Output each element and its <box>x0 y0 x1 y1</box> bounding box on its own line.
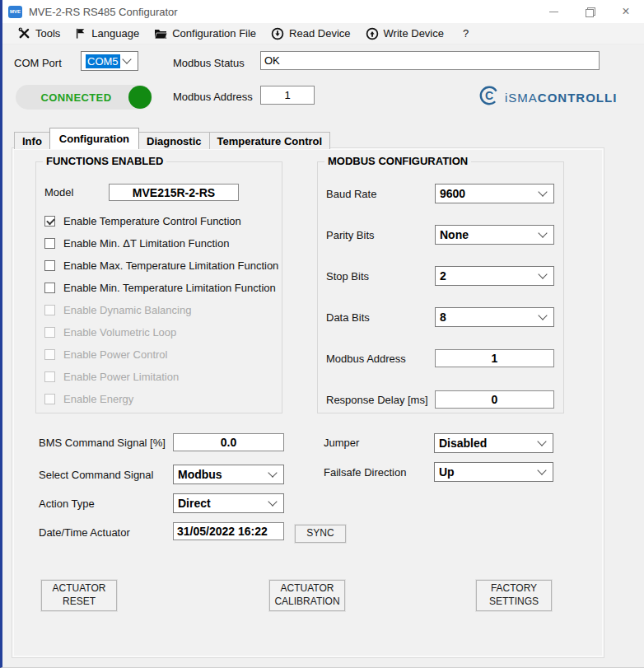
baud-rate-select[interactable]: 9600 <box>435 184 554 203</box>
app-icon: MVE <box>8 6 22 18</box>
tools-icon <box>18 27 30 40</box>
folder-icon <box>154 28 167 40</box>
menu-help[interactable]: ? <box>451 23 476 44</box>
connection-status-button[interactable]: CONNECTED <box>16 85 152 110</box>
failsafe-direction-label: Failsafe Direction <box>324 466 406 479</box>
close-button[interactable]: × <box>608 0 644 23</box>
modbus-config-row: Baud Rate9600 <box>318 184 563 203</box>
checkbox-row: Enable Max. Temperature Limitation Funct… <box>44 255 277 277</box>
checkbox-row: Enable Dynamic Balancing <box>44 299 277 321</box>
tab-diagnostic[interactable]: Diagnostic <box>138 132 209 149</box>
action-type-label: Action Type <box>39 497 95 510</box>
app-window: MVE MVE-2-RS RS485 Configurator × Tools … <box>0 0 644 668</box>
checked-checkbox-icon[interactable] <box>44 216 55 227</box>
actuator-calibration-button[interactable]: ACTUATOR CALIBRATION <box>269 580 345 611</box>
svg-text:C: C <box>485 89 493 102</box>
checkbox-label: Enable Energy <box>63 393 133 405</box>
checkbox-label: Enable Min. Temperature Limitation Funct… <box>63 282 276 294</box>
model-label: Model <box>44 186 73 199</box>
minimize-icon <box>549 12 558 12</box>
unchecked-checkbox-icon <box>44 327 55 338</box>
minimize-button[interactable] <box>535 0 572 23</box>
parity-bits-label: Parity Bits <box>326 229 375 241</box>
com-port-label: COM Port <box>14 57 62 69</box>
read-device-icon <box>271 27 284 40</box>
data-bits-label: Data Bits <box>326 311 370 324</box>
bms-command-signal-field[interactable]: 0.0 <box>173 433 284 451</box>
action-type-select[interactable]: Direct <box>173 493 284 513</box>
isma-controlli-logo: C iSMACONTROLLI <box>478 85 617 110</box>
modbus-config-row: Modbus Address1 <box>318 348 563 368</box>
modbus-configuration-group: MODBUS CONFIGURATION Baud Rate9600Parity… <box>317 161 564 413</box>
com-port-select[interactable]: COM5 <box>81 51 138 71</box>
close-icon: × <box>622 5 629 18</box>
checkbox-label: Enable Dynamic Balancing <box>63 304 191 316</box>
select-command-signal-select[interactable]: Modbus <box>173 465 284 484</box>
write-device-icon <box>366 27 379 40</box>
checkbox-row: Enable Power Limitation <box>44 366 277 388</box>
checkbox-row: Enable Min. Temperature Limitation Funct… <box>44 277 277 299</box>
modbus-status-label: Modbus Status <box>173 57 245 69</box>
checkbox-row: Enable Energy <box>44 388 277 410</box>
menu-read-device[interactable]: Read Device <box>264 23 357 44</box>
checkbox-label: Enable Volumetric Loop <box>63 326 176 339</box>
unchecked-checkbox-icon <box>44 371 55 382</box>
menu-configuration-file[interactable]: Configuration File <box>147 23 264 44</box>
unchecked-checkbox-icon[interactable] <box>44 260 55 271</box>
unchecked-checkbox-icon[interactable] <box>44 238 55 249</box>
tab-info[interactable]: Info <box>14 132 50 149</box>
baud-rate-label: Baud Rate <box>326 188 376 200</box>
menu-tools[interactable]: Tools <box>11 23 68 44</box>
checkbox-row: Enable Power Control <box>44 343 277 366</box>
modbus-address-label: Modbus Address <box>326 353 406 365</box>
restore-button[interactable] <box>572 0 608 23</box>
menu-write-device[interactable]: Write Device <box>358 23 451 44</box>
tab-strip: InfoConfigurationDiagnosticTemperature C… <box>14 130 329 149</box>
modbus-address-field[interactable]: 1 <box>435 349 554 367</box>
checkbox-label: Enable Temperature Control Function <box>63 215 241 227</box>
isma-controlli-logo-icon: C <box>478 85 500 110</box>
checkbox-label: Enable Max. Temperature Limitation Funct… <box>63 259 278 272</box>
failsafe-direction-select[interactable]: Up <box>434 462 553 482</box>
actuator-reset-button[interactable]: ACTUATOR RESET <box>41 580 117 611</box>
data-bits-select[interactable]: 8 <box>435 307 554 327</box>
functions-enabled-group: FUNCTIONS ENABLED Model MVE215R-2-RS Ena… <box>35 161 282 413</box>
checkbox-row: Enable Volumetric Loop <box>44 321 277 343</box>
restore-icon <box>586 7 594 16</box>
response-delay-ms--label: Response Delay [ms] <box>326 394 428 406</box>
model-value-box: MVE215R-2-RS <box>109 184 239 201</box>
tab-temperature-control[interactable]: Temperature Control <box>209 132 331 149</box>
modbus-config-row: Data Bits8 <box>318 307 563 327</box>
modbus-address-field[interactable]: 1 <box>260 86 315 105</box>
window-title: MVE-2-RS RS485 Configurator <box>29 6 178 18</box>
menu-language[interactable]: Language <box>68 23 147 44</box>
modbus-address-label: Modbus Address <box>173 91 253 103</box>
modbus-configuration-title: MODBUS CONFIGURATION <box>324 155 471 167</box>
unchecked-checkbox-icon[interactable] <box>44 283 55 293</box>
title-bar: MVE MVE-2-RS RS485 Configurator × <box>2 0 644 23</box>
connection-status-text: CONNECTED <box>16 91 128 104</box>
checkbox-row: Enable Min. ΔT Limitation Function <box>44 232 277 255</box>
configuration-tab-panel: FUNCTIONS ENABLED Model MVE215R-2-RS Ena… <box>12 148 604 657</box>
tab-configuration[interactable]: Configuration <box>49 128 139 149</box>
flag-icon <box>75 27 86 40</box>
datetime-actuator-field[interactable]: 31/05/2022 16:22 <box>173 522 284 540</box>
unchecked-checkbox-icon <box>44 394 55 404</box>
stop-bits-select[interactable]: 2 <box>435 266 554 286</box>
factory-settings-button[interactable]: FACTORY SETTINGS <box>476 580 552 611</box>
jumper-label: Jumper <box>324 437 359 449</box>
sync-button[interactable]: SYNC <box>295 525 346 543</box>
function-checkbox-list: Enable Temperature Control FunctionEnabl… <box>44 210 277 410</box>
response-delay-ms--field[interactable]: 0 <box>435 390 554 409</box>
modbus-status-field[interactable]: OK <box>260 51 600 70</box>
stop-bits-label: Stop Bits <box>326 270 369 283</box>
green-led-icon <box>128 86 152 109</box>
functions-enabled-title: FUNCTIONS ENABLED <box>43 155 166 167</box>
unchecked-checkbox-icon <box>44 305 55 315</box>
checkbox-row: Enable Temperature Control Function <box>44 210 277 232</box>
checkbox-label: Enable Power Limitation <box>63 371 179 383</box>
checkbox-label: Enable Min. ΔT Limitation Function <box>63 237 229 250</box>
parity-bits-select[interactable]: None <box>435 225 554 245</box>
jumper-select[interactable]: Disabled <box>434 433 553 453</box>
bms-command-signal-label: BMS Command Signal [%] <box>39 437 166 449</box>
